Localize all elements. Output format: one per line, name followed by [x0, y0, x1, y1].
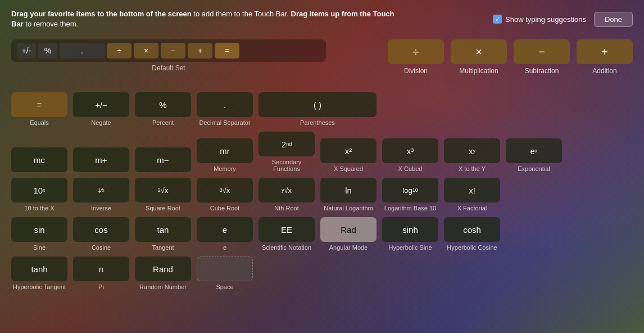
ee-button[interactable]: EE	[258, 217, 315, 242]
subtraction-label: Subtraction	[525, 67, 559, 75]
rand-item: Rand Random Number	[135, 256, 191, 290]
parens-button[interactable]: ( )	[258, 92, 377, 117]
xfact-item: x! X Factorial	[444, 178, 500, 212]
negate-item: +/− Negate	[73, 92, 129, 126]
mminus-button[interactable]: m−	[135, 147, 191, 172]
xsquared-button[interactable]: x²	[320, 138, 377, 163]
space-item: Space	[197, 256, 253, 290]
mr-item: mr Memory	[197, 138, 253, 172]
default-set-label: Default Set	[11, 64, 326, 72]
ln-button[interactable]: ln	[320, 178, 377, 202]
show-typing-checkbox[interactable]: ✓	[493, 15, 502, 24]
xtoy-button[interactable]: xy	[444, 138, 500, 163]
secondary-item: 2nd SecondaryFunctions	[258, 132, 315, 172]
xfact-button[interactable]: x!	[444, 178, 500, 202]
sqrt-label: Square Root	[146, 205, 180, 212]
header-right: ✓ Show typing suggestions Done	[493, 12, 633, 27]
show-typing-option[interactable]: ✓ Show typing suggestions	[493, 15, 586, 24]
cbrt-label: Cube Root	[210, 205, 240, 212]
inverse-item: 1⁄x Inverse	[73, 178, 129, 212]
ds-add-button[interactable]: +	[188, 43, 212, 58]
division-button[interactable]: ÷	[388, 39, 444, 64]
ee-label: Scientific Notation	[262, 244, 311, 251]
log10-button[interactable]: log10	[382, 178, 438, 202]
decimal-button[interactable]: .	[197, 92, 253, 117]
rad-label: Angular Mode	[329, 244, 368, 251]
sin-button[interactable]: sin	[11, 217, 67, 242]
ds-decimal-button[interactable]: .	[60, 43, 105, 58]
pi-button[interactable]: π	[73, 256, 129, 281]
pi-item: π Pi	[73, 256, 129, 290]
percent-button[interactable]: %	[135, 92, 191, 117]
memory-label: Memory	[214, 165, 236, 172]
rad-button[interactable]: Rad	[320, 217, 377, 242]
cos-button[interactable]: cos	[73, 217, 129, 242]
subtraction-button[interactable]: −	[514, 39, 570, 64]
cos-item: cos Cosine	[73, 217, 129, 251]
operators-row: ÷ Division × Multiplication − Subtractio…	[388, 39, 633, 75]
secondary-button[interactable]: 2nd	[258, 132, 315, 156]
cbrt-button[interactable]: 3√x	[197, 178, 253, 202]
parens-label: Parentheses	[300, 119, 335, 126]
cosh-item: cosh Hyperbolic Cosine	[444, 217, 500, 251]
multiplication-label: Multiplication	[459, 67, 498, 75]
sinh-button[interactable]: sinh	[382, 217, 438, 242]
exp-button[interactable]: ex	[506, 138, 562, 163]
ds-equals-button[interactable]: =	[215, 43, 239, 58]
e-button[interactable]: e	[197, 217, 253, 242]
multiplication-button[interactable]: ×	[451, 39, 507, 64]
mc-button[interactable]: mc	[11, 147, 67, 172]
inverse-button[interactable]: 1⁄x	[73, 178, 129, 202]
addition-button[interactable]: +	[577, 39, 633, 64]
exp-label: Exponential	[518, 165, 550, 172]
ln-item: ln Natural Logarithm	[320, 178, 377, 212]
equals-button[interactable]: =	[11, 92, 67, 117]
nthroot-button[interactable]: y√x	[258, 178, 315, 202]
nthroot-item: y√x Nth Root	[258, 178, 315, 212]
subtraction-item: − Subtraction	[514, 39, 570, 75]
done-button[interactable]: Done	[594, 12, 633, 27]
ds-divide-button[interactable]: ÷	[107, 43, 131, 58]
rand-button[interactable]: Rand	[135, 256, 191, 281]
sqrt-button[interactable]: 2√x	[135, 178, 191, 202]
decimal-label: Decimal Separator	[199, 119, 250, 126]
e-item: e e	[197, 217, 253, 251]
ds-subtract-button[interactable]: −	[161, 43, 185, 58]
cosh-button[interactable]: cosh	[444, 217, 500, 242]
negate-button[interactable]: +/−	[73, 92, 129, 117]
mc-item: mc	[11, 147, 67, 172]
row-3: 10x 10 to the X 1⁄x Inverse 2√x Square R…	[11, 178, 633, 212]
xcubed-button[interactable]: x³	[382, 138, 438, 163]
mr-button[interactable]: mr	[197, 138, 253, 163]
division-item: ÷ Division	[388, 39, 444, 75]
cosh-label: Hyperbolic Cosine	[447, 244, 497, 251]
tanh-button[interactable]: tanh	[11, 256, 67, 281]
xsquared-label: X Squared	[334, 165, 363, 172]
tan-label: Tangent	[152, 244, 174, 251]
10tox-button[interactable]: 10x	[11, 178, 67, 202]
log10-item: log10 Logarithm Base 10	[382, 178, 438, 212]
10tox-label: 10 to the X	[24, 205, 54, 212]
log10-label: Logarithm Base 10	[384, 205, 436, 212]
xtoy-item: xy X to the Y	[444, 138, 500, 172]
space-label: Space	[216, 284, 233, 290]
default-set-bar: +/- % . ÷ × − + =	[11, 39, 326, 62]
xfact-label: X Factorial	[457, 205, 487, 212]
mplus-item: m+	[73, 147, 129, 172]
negate-label: Negate	[91, 119, 111, 126]
row-5: tanh Hyperbolic Tangent π Pi Rand Random…	[11, 256, 633, 290]
tan-button[interactable]: tan	[135, 217, 191, 242]
ds-percent-button[interactable]: %	[38, 43, 57, 58]
percent-label: Percent	[152, 119, 174, 126]
ds-negate-button[interactable]: +/-	[17, 43, 36, 58]
row-1: = Equals +/− Negate % Percent . Decimal …	[11, 92, 633, 126]
sqrt-item: 2√x Square Root	[135, 178, 191, 212]
space-button[interactable]	[197, 256, 253, 281]
sin-label: Sine	[33, 244, 46, 251]
row-4: sin Sine cos Cosine tan Tangent e e EE S…	[11, 217, 633, 251]
ds-multiply-button[interactable]: ×	[134, 43, 158, 58]
secondary-label: SecondaryFunctions	[272, 159, 302, 172]
show-typing-label: Show typing suggestions	[505, 15, 586, 24]
decimal-item: . Decimal Separator	[197, 92, 253, 126]
mplus-button[interactable]: m+	[73, 147, 129, 172]
